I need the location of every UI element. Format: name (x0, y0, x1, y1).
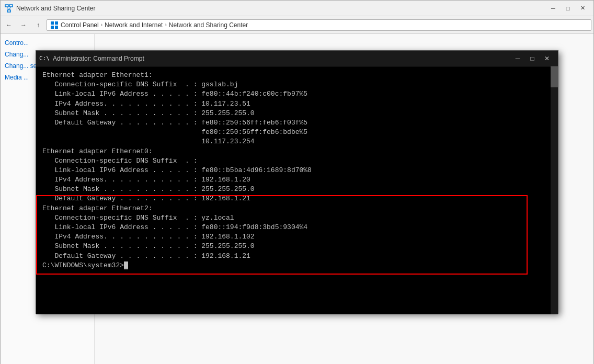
back-btn[interactable]: ← (3, 19, 15, 31)
svg-line-3 (7, 7, 9, 10)
svg-rect-0 (5, 5, 8, 7)
cmd-line-16: Default Gateway . . . . . . . . . : 192.… (42, 194, 541, 203)
cmd-line-13: Link-local IPv6 Address . . . . . : fe80… (42, 166, 541, 175)
cmd-scrollbar[interactable] (551, 66, 558, 314)
cmd-window: C:\ Administrator: Command Prompt ─ □ ✕ … (36, 50, 558, 314)
svg-rect-6 (55, 21, 58, 25)
address-bar: ← → ↑ Control Panel › Network and Intern… (1, 16, 593, 34)
cmd-line-18: Ethernet adapter Ethernet2: (42, 204, 541, 213)
cmd-line-20: Connection-specific DNS Suffix . : yz.lo… (42, 213, 541, 223)
sidebar-control-panel[interactable]: Contro... (5, 39, 90, 47)
cmd-line-6: Default Gateway . . . . . . . . . : fe80… (42, 118, 541, 128)
path-network-sharing: Network and Sharing Center (169, 21, 248, 29)
cmd-line-8: 10.117.23.254 (42, 137, 541, 146)
cmd-maximize-btn[interactable]: □ (526, 53, 539, 64)
path-control-panel: Control Panel (61, 21, 99, 29)
svg-rect-1 (9, 5, 13, 7)
cmd-titlebar: C:\ Administrator: Command Prompt ─ □ ✕ (36, 51, 558, 66)
cmd-line-12: Connection-specific DNS Suffix . : (42, 156, 541, 166)
cmd-line-21: Link-local IPv6 Address . . . . . : fe80… (42, 223, 541, 232)
cmd-line-7: fe80::250:56ff:feb6:bdbe%5 (42, 128, 541, 137)
network-icon (5, 4, 13, 13)
cmd-line-2: Connection-specific DNS Suffix . : gssla… (42, 80, 541, 89)
svg-rect-8 (55, 26, 58, 29)
up-btn[interactable]: ↑ (32, 19, 44, 31)
bg-titlebar: Network and Sharing Center ─ □ ✕ (1, 1, 593, 16)
cmd-window-controls: ─ □ ✕ (511, 53, 554, 64)
cmd-line-15: Subnet Mask . . . . . . . . . . . : 255.… (42, 185, 541, 194)
path-network-internet: Network and Internet (105, 21, 163, 29)
address-path[interactable]: Control Panel › Network and Internet › N… (47, 19, 591, 31)
cmd-prompt: C:\WINDOWS\system32>_ (42, 261, 541, 270)
svg-rect-5 (51, 21, 54, 25)
cmd-line-3: Link-local IPv6 Address . . . . . : fe80… (42, 89, 541, 99)
cmd-close-btn[interactable]: ✕ (540, 53, 554, 64)
control-panel-icon (50, 21, 59, 29)
cmd-line-22: IPv4 Address. . . . . . . . . . . : 192.… (42, 232, 541, 242)
svg-rect-2 (7, 10, 10, 12)
bg-window-title: Network and Sharing Center (16, 5, 543, 12)
cmd-line-5: Subnet Mask . . . . . . . . . . . : 255.… (42, 109, 541, 118)
sep2: › (165, 22, 166, 28)
cmd-minimize-btn[interactable]: ─ (511, 53, 524, 64)
sep1: › (101, 22, 102, 28)
forward-btn[interactable]: → (17, 19, 30, 31)
bg-minimize-btn[interactable]: ─ (546, 3, 560, 14)
svg-rect-7 (51, 26, 54, 29)
cmd-line-4: IPv4 Address. . . . . . . . . . . : 10.1… (42, 99, 541, 109)
cmd-scrollbar-thumb[interactable] (551, 66, 558, 87)
bg-close-btn[interactable]: ✕ (576, 3, 589, 14)
cmd-window-title: Administrator: Command Prompt (53, 55, 507, 62)
bg-maximize-btn[interactable]: □ (561, 3, 575, 14)
cmd-line-0: Ethernet adapter Ethernet1: (42, 71, 541, 80)
cmd-line-24: Default Gateway . . . . . . . . . : 192.… (42, 252, 541, 261)
svg-line-4 (9, 7, 11, 10)
cmd-icon: C:\ (40, 54, 49, 63)
cmd-line-10: Ethernet adapter Ethernet0: (42, 147, 541, 156)
cmd-content[interactable]: Ethernet adapter Ethernet1: Connection-s… (36, 66, 558, 314)
cmd-output: Ethernet adapter Ethernet1: Connection-s… (42, 71, 552, 270)
cmd-line-14: IPv4 Address. . . . . . . . . . . : 192.… (42, 175, 541, 185)
bg-window-controls: ─ □ ✕ (546, 3, 589, 14)
cmd-line-23: Subnet Mask . . . . . . . . . . . : 255.… (42, 242, 541, 251)
